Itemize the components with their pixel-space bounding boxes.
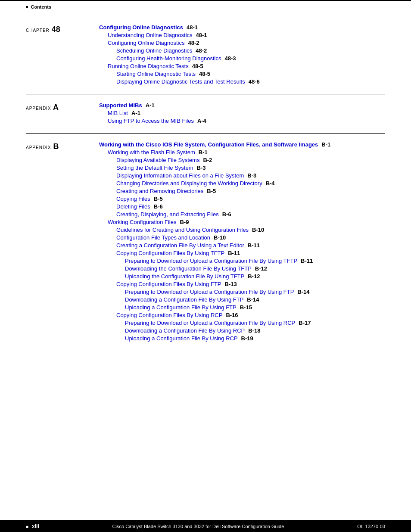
section-A: Appendix ASupported MIBsA-1MIB ListA-1Us… [26,102,385,125]
toc-entry-title: Scheduling Online Diagnostics [116,47,192,54]
toc-entry-page: B-13 [225,281,237,287]
toc-entry[interactable]: Configuring Online Diagnostics48-1 [99,24,385,31]
toc-entry-page: B-18 [248,327,260,334]
toc-entry[interactable]: Downloading a Configuration File By Usin… [125,296,385,303]
toc-entry[interactable]: Configuration File Types and LocationB-1… [116,234,385,241]
footer-left: ■ xlii [26,523,39,529]
footer-square-icon: ■ [26,524,28,529]
toc-entry[interactable]: Uploading a Configuration File By Using … [125,335,385,342]
toc-entry-title: Downloading a Configuration File By Usin… [125,296,243,303]
toc-entry[interactable]: Copying Configuration Files By Using TFT… [116,250,385,256]
page-header: Contents [0,0,411,11]
section-content-B: Working with the Cisco IOS File System, … [99,141,385,343]
toc-entry[interactable]: Copying Configuration Files By Using RCP… [116,312,385,318]
header-title: Contents [31,4,51,9]
section-label-prefix: Appendix [26,106,51,111]
toc-entry-page: 48-1 [196,32,207,38]
section-divider [26,94,385,94]
toc-entry-title: Supported MIBs [99,102,142,109]
toc-entry-page: B-6 [222,211,231,218]
section-48: Chapter 48Configuring Online Diagnostics… [26,24,385,86]
toc-entry[interactable]: Working with the Cisco IOS File System, … [99,141,385,148]
toc-entry[interactable]: Setting the Default File SystemB-3 [116,165,385,171]
toc-entry-page: A-1 [146,102,155,109]
section-content-A: Supported MIBsA-1MIB ListA-1Using FTP to… [99,102,385,125]
toc-entry-page: 48-2 [196,47,207,54]
toc-entry[interactable]: Starting Online Diagnostic Tests48-5 [116,71,385,77]
toc-entry[interactable]: Scheduling Online Diagnostics48-2 [116,47,385,54]
toc-entry[interactable]: MIB ListA-1 [108,110,385,116]
toc-entry-title: Copying Configuration Files By Using TFT… [116,250,224,256]
toc-entry-title: Using FTP to Access the MIB Files [108,118,194,124]
toc-entry-title: Working Configuration Files [108,219,176,225]
toc-entry-page: A-4 [197,118,206,124]
toc-entry[interactable]: Supported MIBsA-1 [99,102,385,109]
toc-entry[interactable]: Displaying Available File SystemsB-2 [116,157,385,163]
toc-entry-title: Working with the Flash File System [108,149,195,156]
toc-entry[interactable]: Downloading a Configuration File By Usin… [125,327,385,334]
toc-entry[interactable]: Deleting FilesB-6 [116,203,385,210]
toc-entry[interactable]: Configuring Health-Monitoring Diagnostic… [116,55,385,62]
toc-entry-page: 48-6 [249,78,260,85]
toc-entry-page: B-5 [154,196,163,202]
toc-entry-title: Guidelines for Creating and Using Config… [116,227,249,233]
toc-entry-page: B-11 [248,242,260,249]
toc-entry-page: B-6 [154,203,163,210]
toc-entry-title: Uploading a Configuration File By Using … [125,304,237,311]
section-label-prefix: Appendix [26,145,51,150]
toc-entry-title: Downloading a Configuration File By Usin… [125,327,245,334]
toc-entry-title: Displaying Online Diagnostic Tests and T… [116,78,245,85]
toc-entry-page: B-16 [226,312,238,318]
toc-entry-title: Copying Configuration Files By Using RCP [116,312,222,318]
toc-entry[interactable]: Using FTP to Access the MIB FilesA-4 [108,118,385,124]
toc-entry[interactable]: Creating and Removing DirectoriesB-5 [116,188,385,194]
header-label: Contents [26,4,51,9]
toc-entry[interactable]: Configuring Online Diagnostics48-2 [108,40,385,46]
section-content-48: Configuring Online Diagnostics48-1Unders… [99,24,385,86]
toc-entry-title: MIB List [108,110,128,116]
toc-entry-title: Deleting Files [116,203,150,210]
toc-entry[interactable]: Uploading the Configuration File By Usin… [125,273,385,280]
toc-entry-page: 48-2 [188,40,199,46]
toc-entry-page: 48-3 [225,55,236,62]
toc-entry[interactable]: Creating a Configuration File By Using a… [116,242,385,249]
toc-entry-page: B-12 [248,273,260,280]
toc-entry-page: B-11 [228,250,240,256]
section-divider [26,133,385,134]
toc-entry-page: 48-5 [192,63,203,69]
toc-entry[interactable]: Copying Configuration Files By Using FTP… [116,281,385,287]
toc-entry[interactable]: Displaying Information about Files on a … [116,172,385,179]
section-label-prefix: Chapter [26,28,50,33]
toc-entry[interactable]: Preparing to Download or Upload a Config… [125,289,385,295]
toc-entry-page: B-3 [196,165,206,171]
toc-entry-page: B-15 [240,304,252,311]
toc-entry-page: B-14 [247,296,259,303]
toc-entry[interactable]: Downloading the Configuration File By Us… [125,265,385,272]
toc-entry-page: B-19 [241,335,253,342]
toc-entry-title: Working with the Cisco IOS File System, … [99,141,318,148]
toc-entry[interactable]: Creating, Displaying, and Extracting Fil… [116,211,385,218]
toc-entry[interactable]: Copying FilesB-5 [116,196,385,202]
toc-entry[interactable]: Running Online Diagnostic Tests48-5 [108,63,385,69]
toc-entry[interactable]: Uploading a Configuration File By Using … [125,304,385,311]
toc-entry[interactable]: Working Configuration FilesB-9 [108,219,385,225]
toc-entry[interactable]: Preparing to Download or Upload a Config… [125,258,385,264]
toc-entry-page: 48-5 [199,71,210,77]
section-label-A: Appendix A [26,102,99,112]
toc-entry-title: Uploading a Configuration File By Using … [125,335,238,342]
toc-entry[interactable]: Displaying Online Diagnostic Tests and T… [116,78,385,85]
toc-entry[interactable]: Working with the Flash File SystemB-1 [108,149,385,156]
toc-entry[interactable]: Guidelines for Creating and Using Config… [116,227,385,233]
toc-entry-page: B-17 [299,320,311,326]
toc-entry-title: Preparing to Download or Upload a Config… [125,289,294,295]
toc-entry[interactable]: Understanding Online Diagnostics48-1 [108,32,385,38]
toc-entry-page: B-4 [266,180,275,187]
section-label-id: A [51,103,59,112]
toc-entry-title: Displaying Information about Files on a … [116,172,244,179]
toc-entry-page: B-1 [321,141,330,148]
section-label-B: Appendix B [26,141,99,151]
toc-entry[interactable]: Changing Directories and Displaying the … [116,180,385,187]
footer-title-text: Cisco Catalyst Blade Switch 3130 and 303… [39,524,357,529]
toc-entry-title: Copying Configuration Files By Using FTP [116,281,221,287]
toc-entry[interactable]: Preparing to Download or Upload a Config… [125,320,385,326]
